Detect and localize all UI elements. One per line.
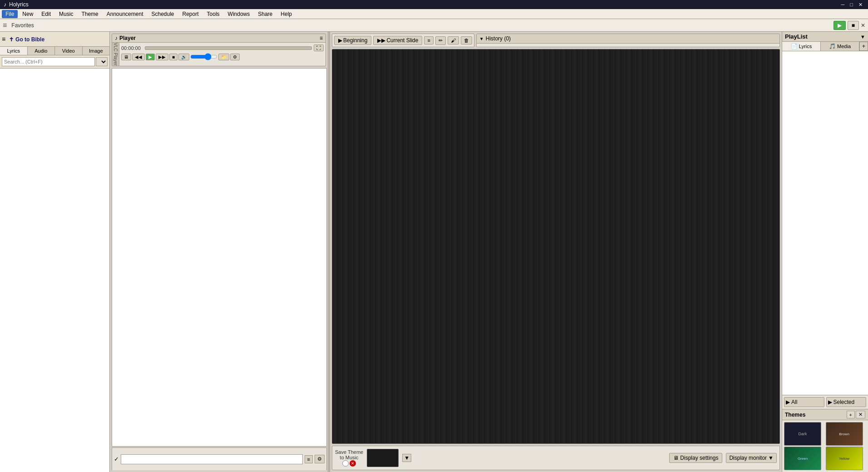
sidebar-content xyxy=(0,69,109,472)
player-controls: 00:00:00 ⛶ 🖥 ◀◀ ▶ ▶▶ ■ 🔊 xyxy=(119,43,326,66)
folder-button[interactable]: 📁 xyxy=(218,54,229,60)
history-panel: ▼ History (0) xyxy=(476,34,780,47)
theme-thumbnail-2[interactable]: Brown xyxy=(826,422,863,446)
menu-new[interactable]: New xyxy=(19,10,37,18)
tab-image[interactable]: Image xyxy=(83,47,110,55)
preview-wood-texture xyxy=(332,49,779,443)
slide-toolbar: ▶ Beginning ▶▶ Current Slide ≡ ✏ 🖌 🗑 xyxy=(332,34,474,47)
sidebar-tabs: Lyrics Audio Video Image xyxy=(0,47,109,55)
brush-icon-button[interactable]: 🖌 xyxy=(448,36,459,44)
preview-area xyxy=(332,49,780,444)
theme-thumbnail-4[interactable]: Yellow xyxy=(826,447,863,470)
playlist-header: PlayList ▼ xyxy=(782,32,868,42)
list-view-button[interactable]: ≡ xyxy=(305,455,313,463)
menu-share[interactable]: Share xyxy=(254,10,276,18)
media-icon: 🎵 xyxy=(829,43,836,49)
player-menu-button[interactable]: ≡ xyxy=(320,35,323,41)
global-stop-button[interactable]: ■ xyxy=(848,21,859,30)
left-content-area xyxy=(112,68,327,447)
lyrics-icon: 📄 xyxy=(791,43,798,49)
player-title: Player xyxy=(119,35,136,41)
display-monitor-button[interactable]: Display monitor ▼ xyxy=(726,453,777,463)
player-title-group: ♪ Player xyxy=(115,35,136,41)
theme-thumbnail-3[interactable]: Green xyxy=(784,447,821,470)
edit-icon-button[interactable]: ✏ xyxy=(435,36,446,45)
add-theme-button[interactable]: + xyxy=(847,411,855,418)
check-icon: ✓ xyxy=(114,456,119,462)
right-column: ▶ Beginning ▶▶ Current Slide ≡ ✏ 🖌 🗑 xyxy=(330,32,782,472)
volume-slider[interactable] xyxy=(190,53,217,60)
prev-button[interactable]: ◀◀ xyxy=(132,54,145,60)
radio-button[interactable] xyxy=(342,460,349,467)
stop-button[interactable]: ■ xyxy=(169,54,178,60)
current-slide-button[interactable]: ▶▶ Current Slide xyxy=(373,36,422,45)
menu-music[interactable]: Music xyxy=(55,10,77,18)
favorites-label: Favorites xyxy=(9,21,36,30)
close-button[interactable]: ✕ xyxy=(857,2,864,8)
themes-controls: + ✕ xyxy=(847,411,865,418)
search-input[interactable] xyxy=(2,57,95,66)
bottom-text-bar: ✓ ≡ ⚙ xyxy=(112,447,327,470)
playlist-action-buttons: ▶ All ▶ Selected xyxy=(782,395,868,409)
search-bar xyxy=(0,55,109,69)
bible-icon: ✝ xyxy=(9,36,14,43)
right-sidebar: PlayList ▼ 📄 Lyrics 🎵 Media + ▶ All ▶ Se… xyxy=(782,32,868,472)
list-icon-button[interactable]: ≡ xyxy=(424,36,433,44)
menu-file[interactable]: File xyxy=(2,10,18,18)
playlist-tabs: 📄 Lyrics 🎵 Media + xyxy=(782,42,868,51)
settings-bottom-button[interactable]: ⚙ xyxy=(315,455,325,463)
next-button[interactable]: ▶▶ xyxy=(156,54,168,60)
main-layout: ≡ ✝ Go to Bible Lyrics Audio Video Image xyxy=(0,32,868,472)
volume-button[interactable]: 🔊 xyxy=(178,54,189,60)
maximize-button[interactable]: □ xyxy=(848,2,855,8)
title-bar-controls: ─ □ ✕ xyxy=(839,2,864,8)
menu-edit[interactable]: Edit xyxy=(38,10,54,18)
expand-button[interactable]: ⛶ xyxy=(314,44,324,51)
delete-icon-button[interactable]: 🗑 xyxy=(461,36,472,44)
screen-btn[interactable]: 🖥 xyxy=(121,54,131,60)
theme-thumbnail-1[interactable]: Dark xyxy=(784,422,821,446)
player-body: VLC Player 00:00:00 ⛶ 🖥 ◀◀ ▶ xyxy=(112,43,326,66)
title-bar-left: ♪ Holyrics xyxy=(4,1,29,8)
menu-windows[interactable]: Windows xyxy=(224,10,254,18)
global-play-button[interactable]: ▶ xyxy=(833,21,846,30)
save-theme-group: Save Theme to Music ✕ xyxy=(335,449,363,467)
selected-button[interactable]: ▶ Selected xyxy=(826,397,867,407)
tab-lyrics[interactable]: Lyrics xyxy=(0,47,28,55)
all-button[interactable]: ▶ All xyxy=(784,397,824,407)
time-display: 00:00:00 xyxy=(121,45,143,51)
player-header: ♪ Player ≡ xyxy=(112,34,326,43)
menu-help[interactable]: Help xyxy=(277,10,296,18)
menu-tools[interactable]: Tools xyxy=(203,10,223,18)
history-arrow-icon[interactable]: ▼ xyxy=(479,36,484,41)
minimize-button[interactable]: ─ xyxy=(839,2,847,8)
tab-audio[interactable]: Audio xyxy=(28,47,55,55)
bottom-input[interactable] xyxy=(121,454,303,464)
menu-announcement[interactable]: Announcement xyxy=(103,10,147,18)
playlist-tab-lyrics[interactable]: 📄 Lyrics xyxy=(782,42,821,51)
tab-video[interactable]: Video xyxy=(55,47,83,55)
menu-schedule[interactable]: Schedule xyxy=(148,10,178,18)
settings-button[interactable]: ⚙ xyxy=(230,54,240,60)
playlist-dropdown-icon[interactable]: ▼ xyxy=(860,34,865,39)
close-themes-button[interactable]: ✕ xyxy=(856,411,865,418)
close-favorites-button[interactable]: ✕ xyxy=(861,22,865,29)
clear-theme-button[interactable]: ✕ xyxy=(350,460,356,467)
progress-bar[interactable] xyxy=(145,46,312,50)
themes-header: Themes + ✕ xyxy=(782,409,868,420)
go-to-bible-button[interactable]: ✝ Go to Bible xyxy=(7,34,46,44)
menu-theme[interactable]: Theme xyxy=(78,10,102,18)
display-settings-button[interactable]: 🖥 Display settings xyxy=(669,453,722,463)
themes-grid: Dark Brown Green Yellow xyxy=(782,420,868,472)
player-panel: ♪ Player ≡ VLC Player 00:00:00 ⛶ xyxy=(112,34,326,66)
menu-bar: File New Edit Music Theme Announcement S… xyxy=(0,9,868,19)
playlist-tab-media[interactable]: 🎵 Media xyxy=(821,42,859,51)
playlist-add-button[interactable]: + xyxy=(859,42,868,51)
play-button[interactable]: ▶ xyxy=(146,54,155,60)
search-dropdown[interactable] xyxy=(96,57,108,66)
center-split: ♪ Player ≡ VLC Player 00:00:00 ⛶ xyxy=(110,32,782,472)
beginning-button[interactable]: ▶ Beginning xyxy=(334,36,371,45)
theme-preview-dropdown[interactable]: ▼ xyxy=(402,454,411,462)
display-monitor-dropdown-icon: ▼ xyxy=(768,455,774,461)
menu-report[interactable]: Report xyxy=(179,10,202,18)
